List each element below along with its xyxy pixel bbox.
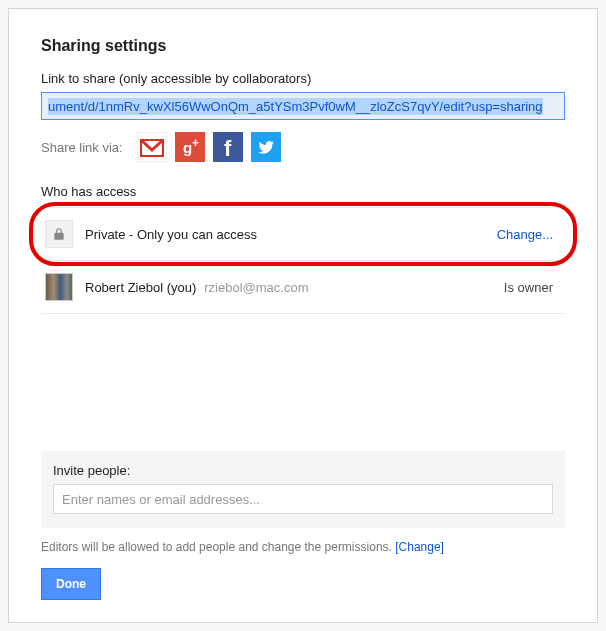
dialog-title: Sharing settings — [41, 37, 565, 55]
privacy-text: Private - Only you can access — [85, 227, 257, 242]
change-privacy-link[interactable]: Change... — [497, 227, 561, 242]
svg-text:g: g — [183, 139, 192, 156]
share-via-row: Share link via: g + f — [41, 132, 565, 162]
invite-block: Invite people: — [41, 451, 565, 528]
google-plus-icon[interactable]: g + — [175, 132, 205, 162]
owner-email: rziebol@mac.com — [204, 280, 308, 295]
done-button[interactable]: Done — [41, 568, 101, 600]
share-url-text: ument/d/1nmRv_kwXl56WwOnQm_a5tYSm3Pvf0wM… — [48, 98, 543, 115]
who-has-access-label: Who has access — [41, 184, 565, 199]
owner-name: Robert Ziebol (you) — [85, 280, 196, 295]
permissions-note-text: Editors will be allowed to add people an… — [41, 540, 395, 554]
access-owner-row: Robert Ziebol (you) rziebol@mac.com Is o… — [41, 261, 565, 314]
access-list: Private - Only you can access Change... … — [41, 207, 565, 314]
svg-text:f: f — [224, 136, 232, 161]
invite-input[interactable] — [53, 484, 553, 514]
sharing-dialog: Sharing settings Link to share (only acc… — [8, 8, 598, 623]
access-privacy-row: Private - Only you can access Change... — [41, 208, 565, 261]
link-share-label: Link to share (only accessible by collab… — [41, 71, 565, 86]
change-permissions-link[interactable]: [Change] — [395, 540, 444, 554]
avatar — [45, 273, 73, 301]
twitter-icon[interactable] — [251, 132, 281, 162]
gmail-icon[interactable] — [137, 132, 167, 162]
share-via-label: Share link via: — [41, 140, 123, 155]
share-url-input[interactable]: ument/d/1nmRv_kwXl56WwOnQm_a5tYSm3Pvf0wM… — [41, 92, 565, 120]
invite-label: Invite people: — [53, 463, 553, 478]
svg-text:+: + — [192, 136, 199, 150]
permissions-note: Editors will be allowed to add people an… — [41, 540, 565, 554]
lock-icon — [45, 220, 73, 248]
facebook-icon[interactable]: f — [213, 132, 243, 162]
owner-role: Is owner — [504, 280, 561, 295]
